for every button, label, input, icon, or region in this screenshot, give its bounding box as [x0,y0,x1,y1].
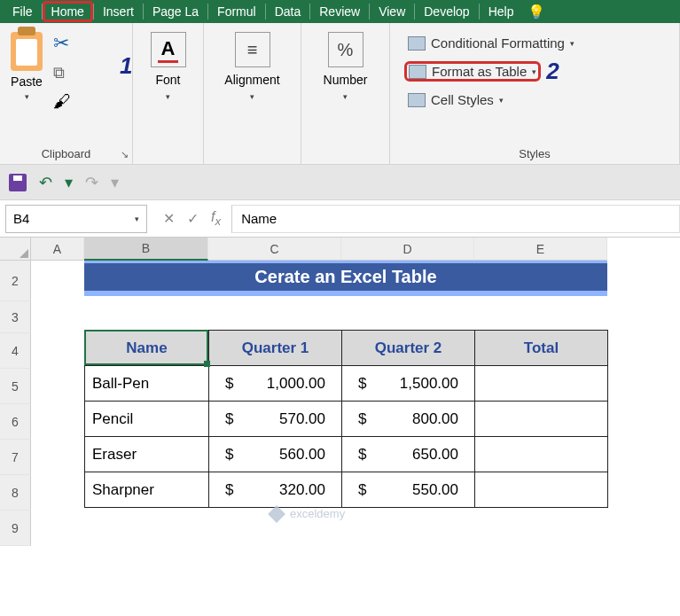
formula-bar-input[interactable] [231,205,680,233]
chevron-down-icon[interactable]: ▾ [343,92,348,101]
chevron-down-icon[interactable]: ▾ [65,173,73,192]
chevron-down-icon: ▾ [532,67,536,76]
conditional-formatting-button[interactable]: Conditional Formatting ▾ [404,34,665,52]
menu-home[interactable]: Home [43,1,93,22]
paste-icon [11,32,43,71]
callout-2: 2 [546,58,559,85]
menu-view[interactable]: View [370,1,414,22]
menu-data[interactable]: Data [266,1,310,22]
format-as-table-label: Format as Table [432,64,527,79]
row-header[interactable]: 6 [0,404,31,440]
font-icon[interactable]: A [151,32,186,67]
number-label: Number [324,73,368,87]
number-icon[interactable]: % [328,32,363,67]
name-box-value: B4 [13,211,29,226]
chevron-down-icon[interactable]: ▾ [166,92,170,101]
select-all-triangle[interactable] [0,238,31,261]
menu-formulas[interactable]: Formul [208,1,265,22]
conditional-formatting-label: Conditional Formatting [431,35,565,51]
table-row: Eraser $560.00 $650.00 [85,437,608,472]
menu-help[interactable]: Help [480,1,523,22]
cell-q1[interactable]: $1,000.00 [209,366,342,402]
row-header[interactable]: 5 [0,369,31,404]
chevron-down-icon[interactable]: ▾ [250,92,254,101]
menu-review[interactable]: Review [310,1,369,22]
cell-q1[interactable]: $320.00 [209,472,342,508]
copy-icon[interactable]: ⧉ [53,64,71,82]
group-alignment: ≡ Alignment ▾ [204,23,301,164]
cut-icon[interactable]: ✂ [53,32,71,55]
cancel-icon[interactable]: ✕ [163,210,175,227]
menu-developer[interactable]: Develop [415,1,478,22]
col-header[interactable]: B [84,238,208,261]
menu-file[interactable]: File [4,1,42,22]
col-header[interactable]: D [341,238,474,261]
chevron-down-icon[interactable]: ▾ [135,214,139,223]
font-label: Font [155,73,180,87]
cell-styles-button[interactable]: Cell Styles ▾ [404,90,665,109]
cell-name[interactable]: Pencil [85,402,209,437]
cell-q2[interactable]: $1,500.00 [342,366,475,402]
col-header[interactable]: A [31,238,84,261]
header-name[interactable]: Name [85,331,209,366]
group-clipboard: Paste ▾ ✂ ⧉ 🖌 Clipboard ↘ [0,23,133,164]
alignment-label: Alignment [224,73,279,87]
watermark: exceldemy [270,507,345,520]
row-header[interactable]: 7 [0,440,31,475]
formula-bar-row: B4 ▾ ✕ ✓ fx [0,200,680,238]
menu-insert[interactable]: Insert [94,1,143,22]
name-box[interactable]: B4 ▾ [5,205,147,233]
fx-icon[interactable]: fx [211,209,221,228]
cell-total[interactable] [475,437,608,472]
header-total[interactable]: Total [475,331,608,366]
cell-styles-icon [408,93,426,107]
cell-name[interactable]: Ball-Pen [85,366,209,402]
cell-q2[interactable]: $650.00 [342,437,475,472]
col-header[interactable]: C [208,238,341,261]
group-styles: Conditional Formatting ▾ Format as Table… [390,23,680,164]
menu-bar: File Home Insert Page La Formul Data Rev… [0,0,680,23]
chevron-down-icon[interactable]: ▾ [25,92,29,101]
cell-q1[interactable]: $570.00 [209,402,342,437]
data-table[interactable]: Name Quarter 1 Quarter 2 Total Ball-Pen … [84,330,608,508]
cell-total[interactable] [475,366,608,402]
undo-icon[interactable]: ↶ [39,173,52,192]
row-header[interactable]: 8 [0,475,31,511]
cell-q2[interactable]: $550.00 [342,472,475,508]
format-as-table-button[interactable]: Format as Table ▾ [404,61,541,82]
watermark-icon [268,505,285,523]
redo-icon[interactable]: ↷ [85,173,98,192]
format-painter-icon[interactable]: 🖌 [53,91,71,112]
conditional-formatting-icon [408,36,426,51]
header-q2[interactable]: Quarter 2 [342,331,475,366]
cell-name[interactable]: Sharpner [85,472,209,508]
cell-name[interactable]: Eraser [85,437,209,472]
row-header[interactable]: 9 [0,511,31,546]
cell-q2[interactable]: $800.00 [342,402,475,437]
menu-pagelayout[interactable]: Page La [144,1,207,22]
paste-label: Paste [11,74,43,89]
row-header[interactable]: 3 [0,301,31,333]
alignment-icon[interactable]: ≡ [235,32,270,67]
cell-q1[interactable]: $560.00 [209,437,342,472]
group-font: A Font ▾ [133,23,204,164]
table-header-row: Name Quarter 1 Quarter 2 Total [85,331,608,366]
cell-total[interactable] [475,402,608,437]
tell-me-icon[interactable]: 💡 [528,4,545,20]
chevron-down-icon: ▾ [570,39,574,48]
format-as-table-icon [409,65,426,79]
row-header[interactable]: 4 [0,333,31,369]
chevron-down-icon[interactable]: ▾ [111,173,119,192]
row-header[interactable]: 2 [0,261,31,301]
title-banner[interactable]: Cerate an Excel Table [84,261,607,296]
cell-total[interactable] [475,472,608,508]
save-icon[interactable] [9,174,27,191]
paste-button[interactable]: Paste ▾ [7,28,46,105]
enter-icon[interactable]: ✓ [187,210,199,227]
cell-styles-label: Cell Styles [431,92,494,107]
chevron-down-icon: ▾ [499,96,504,105]
dialog-launcher-icon[interactable]: ↘ [121,149,129,160]
worksheet-grid[interactable]: 2 3 4 5 6 7 8 9 A B C D E Cerate an Exce… [0,238,680,546]
col-header[interactable]: E [474,238,607,261]
header-q1[interactable]: Quarter 1 [209,331,342,366]
